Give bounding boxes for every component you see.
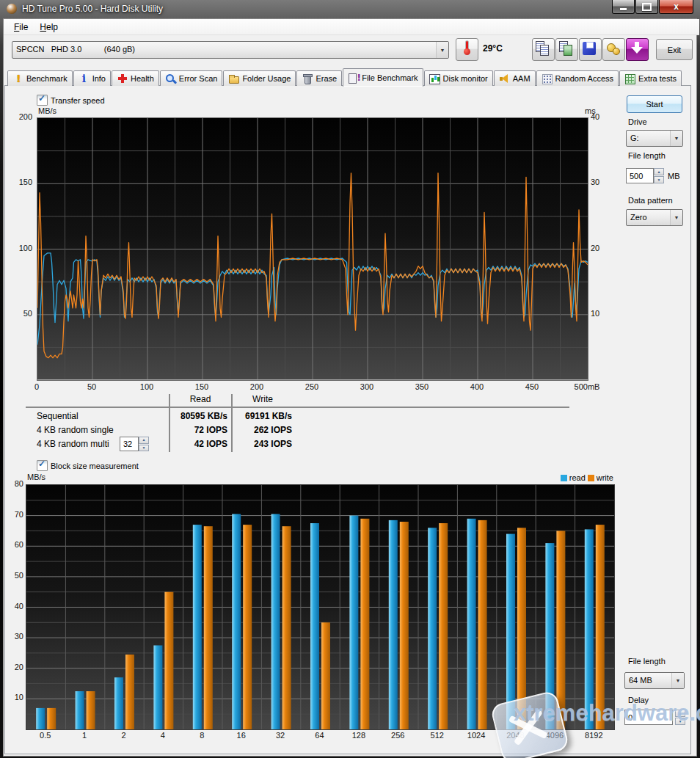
barchart-xtick: 2 (104, 731, 143, 740)
block-size-plot (26, 485, 614, 729)
error-scan-icon (165, 73, 176, 84)
save-button[interactable] (579, 38, 602, 61)
tab-extra-tests[interactable]: Extra tests (619, 70, 682, 86)
bar-write-256 (400, 522, 409, 729)
linechart-ytick-right: 30 (591, 178, 608, 186)
tab-file-benchmark[interactable]: File Benchmark (343, 68, 423, 87)
barchart-ytick: 40 (6, 602, 23, 611)
tab-label: File Benchmark (362, 73, 418, 82)
result-label: 4 KB random multi (37, 439, 109, 449)
block-size-label: Block size measurement (51, 462, 139, 470)
linechart-xtick: 500mB (569, 382, 605, 391)
tab-strip: BenchmarkInfoHealthError ScanFolder Usag… (7, 70, 682, 86)
tab-benchmark[interactable]: Benchmark (7, 70, 73, 86)
chevron-down-icon[interactable]: ▼ (671, 673, 684, 688)
barchart-xtick: 128 (339, 731, 378, 740)
close-icon: x (674, 1, 679, 12)
tab-random-access[interactable]: Random Access (536, 70, 619, 86)
barchart-ytick: 60 (6, 540, 23, 549)
tab-health[interactable]: Health (112, 70, 159, 86)
bar-write-32 (282, 526, 291, 729)
close-button[interactable]: x (659, 0, 693, 14)
block-file-length-combo[interactable]: 64 MB ▼ (624, 672, 685, 689)
bar-write-128 (360, 519, 369, 729)
app-window: HD Tune Pro 5.00 - Hard Disk Utility x F… (0, 0, 700, 758)
barchart-xtick: 1024 (456, 731, 495, 740)
info-icon (79, 73, 90, 84)
file-length-stepper[interactable]: ▲▼ (654, 168, 664, 183)
legend-label-write: write (597, 473, 613, 482)
bar-read-16 (232, 514, 241, 730)
bar-read-512 (428, 528, 437, 729)
random-multi-stepper[interactable]: ▲▼ (139, 437, 149, 451)
tab-aam[interactable]: AAM (494, 70, 536, 86)
exit-button[interactable]: Exit (656, 39, 693, 60)
drive-select-value: SPCCN PHD 3.0 (640 gB) (12, 42, 436, 58)
result-write-value: 69191 KB/s (232, 411, 292, 421)
aam-icon (499, 73, 510, 84)
barchart-ytick: 30 (6, 632, 23, 641)
result-read-value: 42 IOPS (167, 439, 227, 449)
spin-up-icon[interactable]: ▲ (654, 168, 664, 175)
tab-disk-monitor[interactable]: Disk monitor (424, 70, 493, 86)
chevron-down-icon[interactable]: ▼ (670, 210, 682, 225)
options-button[interactable] (602, 38, 625, 61)
tab-label: Folder Usage (242, 74, 291, 83)
barchart-xtick: 8192 (575, 731, 613, 740)
table-header-rule (26, 407, 569, 408)
menu-file[interactable]: File (8, 21, 34, 34)
bar-write-64 (321, 622, 330, 729)
menu-help[interactable]: Help (34, 21, 64, 34)
bar-write-2 (125, 655, 134, 729)
window-title: HD Tune Pro 5.00 - Hard Disk Utility (22, 4, 163, 14)
tab-label: Erase (316, 74, 337, 83)
tab-info[interactable]: Info (73, 70, 111, 86)
app-icon (7, 4, 17, 14)
barchart-xtick: 0.5 (26, 731, 65, 740)
spin-up-icon[interactable]: ▲ (139, 437, 149, 444)
block-size-checkbox[interactable]: ✓ (37, 460, 48, 471)
tab-folder-usage[interactable]: Folder Usage (223, 70, 296, 86)
drive-combo-value: G: (627, 131, 670, 146)
tab-label: Extra tests (638, 74, 677, 83)
bar-read-4 (153, 646, 162, 730)
copy-image-button[interactable] (555, 38, 578, 61)
drive-combo[interactable]: G: ▼ (626, 130, 683, 147)
transfer-speed-plot (37, 118, 588, 380)
column-header-read: Read (169, 394, 231, 404)
data-pattern-combo[interactable]: Zero ▼ (626, 209, 683, 226)
temperature-button[interactable] (456, 38, 478, 61)
tab-erase[interactable]: Erase (296, 70, 342, 86)
copy-text-button[interactable] (532, 38, 555, 61)
bar-write-1 (87, 691, 95, 729)
linechart-ytick-left: 150 (10, 178, 32, 186)
tab-error-scan[interactable]: Error Scan (160, 70, 223, 86)
start-button[interactable]: Start (627, 95, 682, 113)
random-multi-queue-input[interactable] (120, 437, 139, 451)
file-length-input[interactable] (626, 168, 654, 183)
spin-down-icon[interactable]: ▼ (139, 445, 149, 452)
file-length-unit: MB (668, 172, 680, 181)
linechart-ytick-right: 10 (591, 309, 608, 318)
linechart-xtick: 150 (183, 382, 220, 391)
bar-write-4 (164, 592, 173, 729)
minimize-button[interactable] (612, 0, 635, 14)
bar-read-8 (193, 525, 202, 729)
download-button[interactable] (626, 38, 649, 61)
barchart-xtick: 16 (222, 731, 260, 740)
linechart-xtick: 300 (349, 382, 385, 391)
linechart-ytick-left: 100 (10, 244, 32, 252)
transfer-speed-checkbox[interactable]: ✓ (37, 95, 48, 106)
maximize-button[interactable] (635, 0, 658, 14)
drive-select-combo[interactable]: SPCCN PHD 3.0 (640 gB) ▼ (12, 41, 449, 59)
linechart-ytick-left: 50 (10, 309, 32, 318)
bar-read-2 (114, 677, 123, 729)
bar-read-0.5 (36, 708, 45, 729)
extra-tests-icon (624, 73, 635, 84)
chevron-down-icon[interactable]: ▼ (436, 42, 448, 58)
result-label: Sequential (37, 411, 79, 421)
bar-write-1024 (478, 520, 487, 729)
spin-down-icon[interactable]: ▼ (654, 176, 664, 183)
bar-write-8 (204, 526, 213, 729)
chevron-down-icon[interactable]: ▼ (670, 131, 682, 146)
